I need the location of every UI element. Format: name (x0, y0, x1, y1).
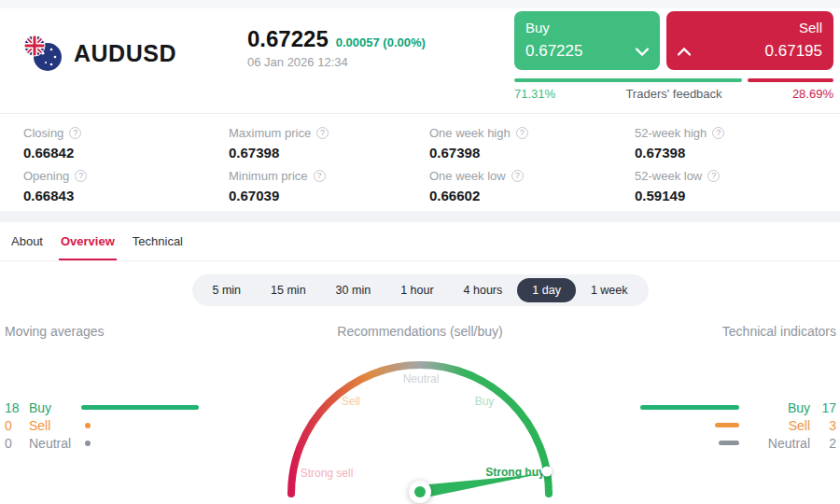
stat-label: One week low (429, 169, 506, 183)
tab-technical[interactable]: Technical (131, 225, 185, 260)
stat-opening: Opening? 0.66843 (23, 169, 229, 203)
feedback-title: Traders' feedback (625, 87, 721, 101)
ma-buy-bar (81, 405, 199, 410)
help-icon[interactable]: ? (707, 170, 720, 182)
gauge-pivot-dot (414, 486, 426, 497)
ti-sell-count: 3 (810, 418, 836, 433)
stat-value: 0.67398 (229, 145, 429, 161)
stat-one-week-low: One week low? 0.66602 (429, 169, 635, 203)
stats-grid: Closing? 0.66842 Maximum price? 0.67398 … (23, 115, 826, 203)
feedback-bar-sell (748, 78, 833, 82)
stat-label: Closing (23, 126, 63, 140)
pair-header: AUDUSD (23, 34, 176, 73)
ma-neutral-dot (85, 441, 91, 446)
tab-about[interactable]: About (9, 225, 45, 260)
feedback-bar-buy (514, 78, 742, 82)
legend-row-sell: Sell 3 (640, 416, 836, 434)
stat-minimum-price: Minimum price? 0.67039 (229, 169, 429, 203)
period-1hour[interactable]: 1 hour (385, 278, 448, 302)
gauge-label-strong-sell: Strong sell (301, 467, 354, 480)
period-selector: 5 min 15 min 30 min 1 hour 4 hours 1 day… (192, 274, 649, 306)
recommendations-gauge: Neutral Sell Buy Strong sell Strong buy (280, 324, 560, 504)
stat-label: Maximum price (229, 126, 311, 140)
price-block: 0.67225 0.00057 (0.00%) 06 Jan 2026 12:3… (247, 26, 426, 69)
period-selector-row: 5 min 15 min 30 min 1 hour 4 hours 1 day… (0, 274, 840, 306)
legend-row-neutral: Neutral 2 (640, 434, 836, 452)
tab-bar: About Overview Technical (0, 222, 840, 261)
stat-value: 0.67039 (229, 188, 429, 203)
buy-button-label: Buy (525, 20, 649, 35)
header: AUDUSD 0.67225 0.00057 (0.00%) 06 Jan 20… (0, 0, 840, 114)
stat-label: Opening (23, 169, 69, 183)
ti-sell-bar (715, 423, 739, 427)
buy-button[interactable]: Buy 0.67225 (514, 11, 660, 70)
chevron-up-icon (678, 48, 691, 56)
stat-value: 0.66602 (429, 188, 635, 203)
help-icon[interactable]: ? (314, 170, 326, 182)
feedback-sell-pct: 28.69% (792, 87, 833, 101)
gauge-label-buy: Buy (475, 395, 495, 408)
section-divider (0, 211, 840, 222)
ti-buy-count: 17 (810, 400, 836, 415)
gauge-label-neutral: Neutral (403, 372, 440, 385)
traders-feedback: 71.31% Traders' feedback 28.69% (514, 78, 833, 101)
legend-row-buy: Buy 17 (640, 399, 836, 416)
ma-neutral-count: 0 (5, 436, 29, 451)
ma-sell-label: Sell (29, 418, 81, 433)
feedback-bar (514, 78, 833, 82)
ti-buy-bar (640, 405, 739, 410)
gauge-needle (419, 474, 539, 498)
feedback-buy-pct: 71.31% (514, 87, 555, 101)
help-icon[interactable]: ? (511, 170, 524, 182)
technical-indicators-title: Technical indicators (722, 324, 836, 339)
stat-closing: Closing? 0.66842 (23, 126, 229, 161)
legend-row-neutral: 0 Neutral (5, 434, 199, 452)
buy-price: 0.67225 (525, 42, 582, 61)
period-30min[interactable]: 30 min (321, 278, 386, 302)
help-icon[interactable]: ? (516, 127, 528, 139)
ma-sell-dot (85, 423, 91, 428)
ti-buy-label: Buy (758, 400, 810, 415)
stat-value: 0.66843 (23, 188, 229, 203)
legend-row-sell: 0 Sell (5, 416, 199, 434)
technical-indicators-legend: Buy 17 Sell 3 Neutral 2 (640, 399, 836, 452)
audusd-flag-icon (23, 34, 63, 73)
gauge-arc-marker (542, 467, 553, 477)
stat-label: Minimum price (229, 169, 308, 183)
ma-buy-count: 18 (5, 400, 29, 415)
pair-name: AUDUSD (74, 40, 176, 67)
sell-button-label: Sell (678, 20, 822, 35)
period-5min[interactable]: 5 min (198, 278, 257, 302)
ti-neutral-label: Neutral (758, 436, 810, 451)
period-4hours[interactable]: 4 hours (449, 278, 518, 302)
stat-one-week-high: One week high? 0.67398 (429, 126, 635, 161)
stat-value: 0.67398 (429, 145, 635, 161)
ti-neutral-bar (719, 441, 739, 445)
help-icon[interactable]: ? (712, 127, 724, 139)
period-1day[interactable]: 1 day (517, 278, 576, 302)
stat-52-week-high: 52-week high? 0.67398 (635, 126, 826, 161)
stat-value: 0.66842 (23, 145, 229, 161)
period-1week[interactable]: 1 week (576, 278, 643, 302)
price-change: 0.00057 (0.00%) (336, 35, 426, 49)
gauge-label-sell: Sell (342, 395, 360, 408)
sell-price: 0.67195 (765, 42, 822, 61)
stat-label: 52-week high (635, 126, 707, 140)
ma-sell-count: 0 (5, 418, 29, 433)
ma-buy-label: Buy (29, 400, 81, 415)
legend-row-buy: 18 Buy (5, 399, 199, 416)
stat-label: 52-week low (635, 169, 702, 183)
sell-button[interactable]: Sell 0.67195 (666, 11, 833, 70)
stat-52-week-low: 52-week low? 0.59149 (635, 169, 826, 203)
period-15min[interactable]: 15 min (256, 278, 321, 302)
tab-overview[interactable]: Overview (59, 225, 117, 260)
help-icon[interactable]: ? (69, 127, 81, 139)
chevron-down-icon (636, 48, 649, 56)
ti-neutral-count: 2 (810, 436, 836, 451)
ti-sell-label: Sell (758, 418, 810, 433)
help-icon[interactable]: ? (316, 127, 329, 139)
price-timestamp: 06 Jan 2026 12:34 (247, 55, 426, 69)
moving-averages-legend: 18 Buy 0 Sell 0 Neutral (5, 399, 199, 452)
help-icon[interactable]: ? (75, 170, 87, 182)
stat-maximum-price: Maximum price? 0.67398 (229, 126, 429, 161)
